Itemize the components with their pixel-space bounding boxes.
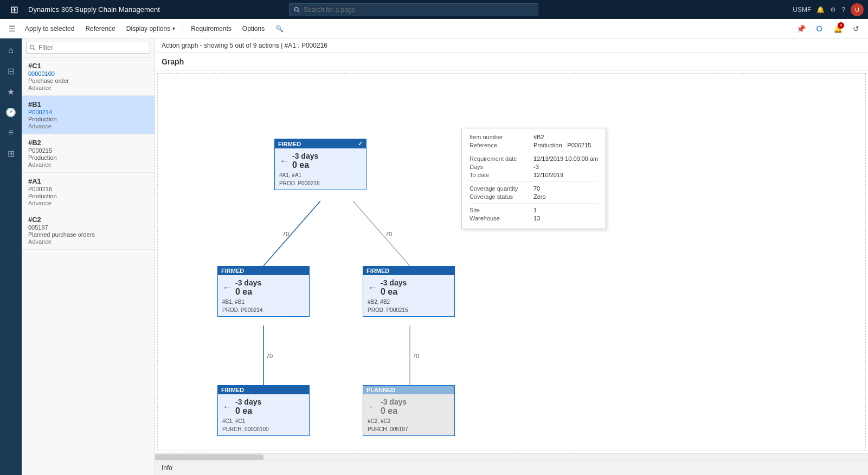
sidebar-grid-icon[interactable]: ⊞ xyxy=(1,144,21,163)
arrow-left-icon: ← xyxy=(222,282,232,294)
node-b1[interactable]: FIRMED ← -3 days 0 ea #B1, #B1 PROD. P00… xyxy=(217,266,310,317)
reference-button[interactable]: Reference xyxy=(80,19,120,38)
chevron-down-icon: ▾ xyxy=(172,25,175,31)
pinned-icon[interactable]: 📌 xyxy=(793,21,808,36)
svg-point-0 xyxy=(295,7,299,11)
requirements-button[interactable]: Requirements xyxy=(185,19,237,38)
arrow-left-icon: ← xyxy=(279,155,289,167)
node-header: FIRMED ✓ xyxy=(275,139,366,148)
top-bar-right: USMF 🔔 ⚙ ? U xyxy=(793,3,864,16)
search-box[interactable] xyxy=(289,3,538,16)
graph-label: Graph xyxy=(155,53,868,71)
ribbon-separator xyxy=(183,23,183,34)
bottom-bar: Info xyxy=(155,460,868,475)
svg-text:70: 70 xyxy=(385,231,392,237)
list-item-type: Production xyxy=(28,116,148,122)
node-c1[interactable]: FIRMED ← -3 days 0 ea #C1, #C1 PURCH. 00… xyxy=(217,385,310,436)
avatar[interactable]: U xyxy=(851,3,864,16)
hamburger-icon[interactable]: ☰ xyxy=(4,21,20,36)
node-header: FIRMED xyxy=(363,266,454,275)
sidebar-favorites-icon[interactable]: ★ xyxy=(1,82,21,101)
ribbon-right: 📌 O 🔔 4 ↺ xyxy=(793,21,864,36)
tooltip-covstatus-label: Coverage status xyxy=(470,193,529,200)
list-item-label: Advance xyxy=(28,84,148,91)
node-a1[interactable]: FIRMED ✓ ← -3 days 0 ea #A1, #A1 PROD. P… xyxy=(274,139,367,190)
tooltip: Item number #B2 Reference Production - P… xyxy=(461,128,606,229)
graph-scrollbar[interactable] xyxy=(155,453,868,460)
options-button[interactable]: Options xyxy=(237,19,270,38)
list-item-code: P000214 xyxy=(28,109,148,115)
tooltip-days-label: Days xyxy=(470,164,529,170)
node-body: ← -3 days 0 ea #B2, #B2 PROD. P000215 xyxy=(363,275,454,316)
arrow-left-icon: ← xyxy=(368,401,377,413)
settings-icon[interactable]: ⚙ xyxy=(830,6,836,14)
help-icon[interactable]: ? xyxy=(841,6,845,14)
graph-area[interactable]: 70 70 70 70 FIRMED ✓ ← xyxy=(157,73,866,451)
refresh-icon[interactable]: ↺ xyxy=(848,21,864,36)
svg-line-1 xyxy=(298,10,300,12)
tooltip-todate-label: To date xyxy=(470,172,529,178)
node-header: PLANNED xyxy=(363,386,454,394)
tooltip-site-val: 1 xyxy=(533,207,537,213)
node-body: ← -3 days 0 ea #B1, #B1 PROD. P000214 xyxy=(218,275,309,316)
tooltip-ref-val: Production - P000215 xyxy=(533,142,591,148)
main-area: ⌂ ⊟ ★ 🕐 ≡ ⊞ #C1 00000100 Purchase order … xyxy=(0,38,868,475)
tooltip-covqty-label: Coverage quantity xyxy=(470,185,529,192)
list-item-type: Planned purchase orders xyxy=(28,231,148,238)
list-item[interactable]: #C2 005197 Planned purchase orders Advan… xyxy=(22,211,155,250)
svg-text:70: 70 xyxy=(413,353,419,359)
tooltip-todate-val: 12/10/2019 xyxy=(533,172,563,178)
search-icon xyxy=(294,6,300,13)
office-icon[interactable]: O xyxy=(812,21,827,36)
tooltip-days-val: -3 xyxy=(533,164,539,170)
list-item-id: #A1 xyxy=(28,177,148,185)
search-input[interactable] xyxy=(304,6,533,14)
list-item-label: Advance xyxy=(28,161,148,168)
notification-icon[interactable]: 🔔 xyxy=(816,6,825,14)
tooltip-item-label: Item number xyxy=(470,134,529,140)
node-body: ← -3 days 0 ea #A1, #A1 PROD. P000216 xyxy=(275,148,366,190)
app-title: Dynamics 365 Supply Chain Management xyxy=(28,5,160,14)
graph-scrollbar-thumb[interactable] xyxy=(155,454,263,460)
tooltip-covstatus-val: Zero xyxy=(533,193,546,200)
list-item-id: #B2 xyxy=(28,139,148,147)
sidebar-home-icon[interactable]: ⌂ xyxy=(1,41,21,60)
node-b2[interactable]: FIRMED ← -3 days 0 ea #B2, #B2 PROD. P00… xyxy=(363,266,455,317)
tooltip-warehouse-label: Warehouse xyxy=(470,215,529,222)
svg-line-2 xyxy=(263,201,320,266)
list-item-id: #B1 xyxy=(28,100,148,108)
list-panel: #C1 00000100 Purchase order Advance #B1 … xyxy=(22,38,155,475)
node-body: ← -3 days 0 ea #C1, #C1 PURCH. 00000100 xyxy=(218,394,309,435)
tooltip-covqty-val: 70 xyxy=(533,185,540,192)
apply-to-selected-button[interactable]: Apply to selected xyxy=(20,19,80,38)
list-item[interactable]: #B1 P000214 Production Advance xyxy=(22,96,155,134)
node-header: FIRMED xyxy=(218,386,309,394)
sidebar-list-icon[interactable]: ≡ xyxy=(1,123,21,142)
display-options-button[interactable]: Display options ▾ xyxy=(121,19,181,38)
list-item-code: P000215 xyxy=(28,147,148,154)
sidebar-recent-icon[interactable]: 🕐 xyxy=(1,102,21,122)
sidebar-icons: ⌂ ⊟ ★ 🕐 ≡ ⊞ xyxy=(0,38,22,475)
tooltip-item-val: #B2 xyxy=(533,134,544,140)
tooltip-reqdate-label: Requirement date xyxy=(470,155,529,162)
sidebar-filter-icon[interactable]: ⊟ xyxy=(1,61,21,81)
tooltip-reqdate-val: 12/13/2019 10:00:00 am xyxy=(533,155,598,162)
search-ribbon-icon[interactable]: 🔍 xyxy=(270,19,289,38)
list-item-label: Advance xyxy=(28,200,148,206)
list-item-code: 00000100 xyxy=(28,70,148,77)
alert-icon[interactable]: 🔔 4 xyxy=(830,21,845,36)
list-item[interactable]: #B2 P000215 Production Advance xyxy=(22,134,155,173)
apps-icon[interactable]: ⊞ xyxy=(4,0,24,19)
list-item-type: Production xyxy=(28,193,148,199)
node-header: FIRMED xyxy=(218,266,309,275)
node-c2[interactable]: PLANNED ← -3 days 0 ea #C2, #C2 PURCH. 0… xyxy=(363,385,455,436)
list-item[interactable]: #A1 P000216 Production Advance xyxy=(22,173,155,211)
ribbon: ☰ Apply to selected Reference Display op… xyxy=(0,19,868,38)
list-item[interactable]: #C1 00000100 Purchase order Advance xyxy=(22,57,155,96)
filter-input[interactable] xyxy=(26,42,150,54)
list-item-type: Purchase order xyxy=(28,77,148,84)
list-item-id: #C1 xyxy=(28,62,148,70)
top-bar: ⊞ Dynamics 365 Supply Chain Management U… xyxy=(0,0,868,19)
arrow-left-icon: ← xyxy=(222,401,232,413)
list-item-code: 005197 xyxy=(28,224,148,231)
